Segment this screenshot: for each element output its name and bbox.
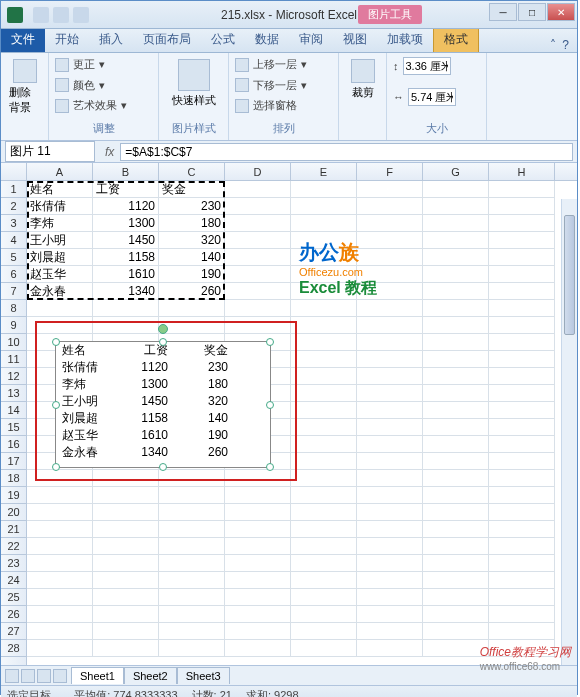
cell[interactable] <box>225 266 291 283</box>
cell[interactable] <box>291 368 357 385</box>
cell[interactable] <box>489 385 555 402</box>
cell[interactable] <box>27 521 93 538</box>
cell[interactable]: 金永春 <box>27 283 93 300</box>
cell[interactable]: 赵玉华 <box>27 266 93 283</box>
row-header[interactable]: 23 <box>1 555 26 572</box>
scrollbar-thumb[interactable] <box>564 215 575 335</box>
minimize-button[interactable]: ─ <box>489 3 517 21</box>
resize-handle-nw[interactable] <box>52 338 60 346</box>
cell[interactable] <box>291 640 357 657</box>
cell[interactable] <box>159 572 225 589</box>
cell[interactable] <box>489 470 555 487</box>
cell[interactable] <box>423 283 489 300</box>
cell[interactable]: 1610 <box>93 266 159 283</box>
cell[interactable] <box>489 334 555 351</box>
row-header[interactable]: 28 <box>1 640 26 657</box>
cell[interactable] <box>357 589 423 606</box>
cell[interactable] <box>489 232 555 249</box>
cell[interactable] <box>357 521 423 538</box>
row-header[interactable]: 5 <box>1 249 26 266</box>
cell[interactable] <box>225 572 291 589</box>
row-header[interactable]: 21 <box>1 521 26 538</box>
worksheet-grid[interactable]: A B C D E F G H 123456789101112131415161… <box>1 163 577 665</box>
cell[interactable] <box>159 504 225 521</box>
cell[interactable] <box>93 317 159 334</box>
cell[interactable] <box>225 538 291 555</box>
cell[interactable] <box>159 606 225 623</box>
cell[interactable] <box>357 181 423 198</box>
cell[interactable] <box>27 300 93 317</box>
cell[interactable] <box>423 521 489 538</box>
cell[interactable] <box>423 198 489 215</box>
cell[interactable] <box>291 402 357 419</box>
sheet-nav-first[interactable] <box>5 669 19 683</box>
cell[interactable] <box>357 640 423 657</box>
cell[interactable] <box>489 215 555 232</box>
cell[interactable] <box>27 504 93 521</box>
cell[interactable] <box>291 521 357 538</box>
col-header[interactable]: E <box>291 163 357 180</box>
cell[interactable] <box>291 419 357 436</box>
cell[interactable] <box>93 623 159 640</box>
cell[interactable] <box>225 521 291 538</box>
row-header[interactable]: 6 <box>1 266 26 283</box>
row-header[interactable]: 15 <box>1 419 26 436</box>
cell[interactable]: 1120 <box>93 198 159 215</box>
cell[interactable]: 140 <box>159 249 225 266</box>
cell[interactable]: 190 <box>159 266 225 283</box>
row-header[interactable]: 22 <box>1 538 26 555</box>
cell[interactable] <box>291 555 357 572</box>
tab-formulas[interactable]: 公式 <box>201 27 245 52</box>
cell[interactable] <box>489 521 555 538</box>
resize-handle-n[interactable] <box>159 338 167 346</box>
cell[interactable] <box>357 572 423 589</box>
vertical-scrollbar[interactable] <box>561 199 577 665</box>
cell[interactable] <box>159 640 225 657</box>
row-header[interactable]: 1 <box>1 181 26 198</box>
cell[interactable] <box>423 487 489 504</box>
cell[interactable] <box>489 606 555 623</box>
cell[interactable] <box>423 538 489 555</box>
resize-handle-w[interactable] <box>52 401 60 409</box>
save-icon[interactable] <box>33 7 49 23</box>
tab-file[interactable]: 文件 <box>1 27 45 52</box>
cell[interactable] <box>225 232 291 249</box>
row-header[interactable]: 24 <box>1 572 26 589</box>
cell[interactable] <box>27 640 93 657</box>
tab-format[interactable]: 格式 <box>433 26 479 52</box>
cell[interactable] <box>93 606 159 623</box>
crop-button[interactable]: 裁剪 <box>345 57 380 102</box>
selection-pane-button[interactable]: 选择窗格 <box>235 98 332 113</box>
cell[interactable] <box>225 555 291 572</box>
cell[interactable] <box>489 351 555 368</box>
inserted-picture[interactable]: 姓名工资奖金张倩倩1120230李炜1300180王小明1450320刘晨超11… <box>55 341 271 468</box>
cell[interactable] <box>225 215 291 232</box>
resize-handle-ne[interactable] <box>266 338 274 346</box>
row-header[interactable]: 3 <box>1 215 26 232</box>
cell[interactable]: 180 <box>159 215 225 232</box>
cell[interactable] <box>489 487 555 504</box>
cell[interactable] <box>225 487 291 504</box>
cell[interactable] <box>489 572 555 589</box>
sheet-tab-3[interactable]: Sheet3 <box>177 667 230 684</box>
resize-handle-se[interactable] <box>266 463 274 471</box>
cell[interactable] <box>291 436 357 453</box>
cell[interactable] <box>357 606 423 623</box>
cell[interactable] <box>489 623 555 640</box>
cell[interactable] <box>27 317 93 334</box>
cell[interactable] <box>225 181 291 198</box>
cell[interactable]: 张倩倩 <box>27 198 93 215</box>
cell[interactable] <box>93 504 159 521</box>
cell[interactable] <box>423 334 489 351</box>
cell[interactable] <box>357 453 423 470</box>
tab-view[interactable]: 视图 <box>333 27 377 52</box>
cell[interactable] <box>357 436 423 453</box>
cell[interactable] <box>423 419 489 436</box>
artistic-effects-button[interactable]: 艺术效果 ▾ <box>55 98 152 113</box>
row-header[interactable]: 11 <box>1 351 26 368</box>
cell[interactable] <box>423 453 489 470</box>
cell[interactable] <box>27 589 93 606</box>
sheet-nav-last[interactable] <box>53 669 67 683</box>
cell[interactable] <box>357 470 423 487</box>
cell[interactable] <box>357 351 423 368</box>
